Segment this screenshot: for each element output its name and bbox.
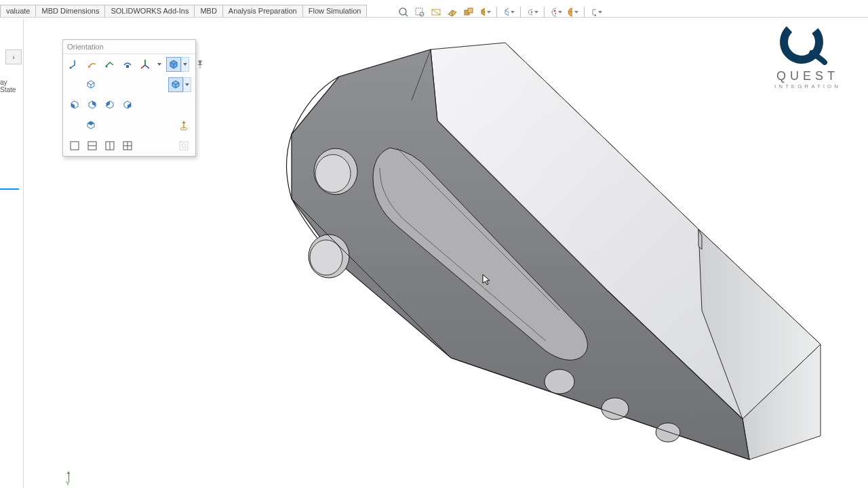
brand-logo: QUEST INTEGRATION <box>774 20 841 89</box>
two-view-h-icon[interactable] <box>85 138 100 153</box>
sidebar-active-indicator <box>0 188 19 191</box>
svg-point-23 <box>656 423 680 442</box>
svg-point-3 <box>420 12 424 16</box>
svg-line-1 <box>405 14 408 16</box>
next-view-icon[interactable] <box>102 57 117 72</box>
hide-show-icon[interactable] <box>526 6 538 18</box>
tab-analysis-prep[interactable]: Analysis Preparation <box>222 5 303 17</box>
view-settings-icon[interactable] <box>590 6 602 18</box>
axes-dropdown-icon[interactable] <box>155 57 163 72</box>
svg-point-26 <box>70 67 72 69</box>
svg-rect-35 <box>71 142 79 150</box>
svg-point-44 <box>182 144 186 148</box>
previous-view-icon[interactable] <box>430 6 442 18</box>
tab-evaluate[interactable]: valuate <box>0 5 36 17</box>
svg-line-30 <box>141 65 145 68</box>
orientation-row-1 <box>63 54 195 75</box>
orientation-row-3 <box>63 95 195 115</box>
view-cube-mode-icon[interactable] <box>168 77 183 92</box>
pin-icon[interactable] <box>183 42 193 52</box>
right-view-icon[interactable] <box>120 98 135 113</box>
two-view-v-icon[interactable] <box>102 138 117 153</box>
svg-rect-15 <box>593 9 596 15</box>
svg-line-5 <box>432 9 440 15</box>
brand-subtitle: INTEGRATION <box>774 83 841 89</box>
view-selector-icon[interactable] <box>120 57 135 72</box>
pushpin-icon[interactable] <box>192 57 207 72</box>
svg-point-9 <box>531 11 532 14</box>
svg-point-18 <box>315 155 351 192</box>
tab-flow-sim[interactable]: Flow Simulation <box>302 5 368 17</box>
svg-point-10 <box>552 8 556 16</box>
zoom-to-area-icon[interactable] <box>414 6 426 18</box>
top-view-icon[interactable] <box>83 118 98 133</box>
display-style-icon[interactable] <box>502 6 515 18</box>
svg-rect-28 <box>126 65 129 68</box>
svg-point-14 <box>568 8 572 16</box>
svg-point-22 <box>601 398 629 420</box>
tab-mbd[interactable]: MBD <box>194 5 222 17</box>
hud-sep-1 <box>496 7 497 18</box>
orientation-panel: Orientation <box>62 39 196 157</box>
back-view-icon[interactable] <box>85 98 100 113</box>
svg-point-13 <box>555 13 557 15</box>
orientation-row-2 <box>63 75 195 95</box>
orientation-titlebar[interactable]: Orientation <box>63 40 195 54</box>
svg-point-21 <box>545 369 574 394</box>
brand-name: QUEST <box>774 69 841 83</box>
svg-rect-16 <box>595 15 596 16</box>
feature-tree-expand-button[interactable]: › <box>5 49 22 64</box>
isometric-view-icon[interactable] <box>83 77 98 92</box>
view-cube-mode-dropdown-icon[interactable] <box>183 77 191 92</box>
left-view-icon[interactable] <box>102 98 117 113</box>
heads-up-toolbar <box>397 6 602 18</box>
orientation-row-4 <box>63 115 195 136</box>
svg-point-27 <box>106 66 108 68</box>
svg-rect-7 <box>468 8 473 13</box>
view-cube-dropdown-icon[interactable] <box>181 57 189 72</box>
hud-sep-2 <box>520 7 521 18</box>
feature-manager-collapsed: › ay State <box>0 19 24 488</box>
update-axes-icon[interactable] <box>138 57 153 72</box>
svg-point-20 <box>310 240 342 275</box>
normal-to-icon[interactable] <box>176 118 191 133</box>
hud-sep-3 <box>544 7 545 18</box>
edit-appearance-icon[interactable] <box>550 6 562 18</box>
apply-scene-icon[interactable] <box>566 6 578 18</box>
section-view-icon[interactable] <box>446 6 458 18</box>
tab-mbd-dimensions[interactable]: MBD Dimensions <box>35 5 105 17</box>
front-view-icon[interactable] <box>67 98 82 113</box>
four-view-icon[interactable] <box>120 138 135 153</box>
hud-sep-4 <box>584 7 585 18</box>
model-isometric-render <box>227 26 851 473</box>
link-views-icon[interactable] <box>176 138 191 153</box>
view-orientation-icon[interactable] <box>479 6 491 18</box>
zoom-to-fit-icon[interactable] <box>397 6 410 18</box>
svg-rect-2 <box>416 8 422 15</box>
single-view-icon[interactable] <box>67 138 82 153</box>
svg-point-11 <box>554 10 556 12</box>
svg-rect-43 <box>180 142 188 150</box>
tab-sw-addins[interactable]: SOLIDWORKS Add-Ins <box>104 5 195 17</box>
orientation-title: Orientation <box>67 43 104 51</box>
svg-line-31 <box>145 65 149 68</box>
view-cube-icon[interactable] <box>166 57 181 72</box>
triad-y-label: Y <box>66 480 70 487</box>
previous-view-icon[interactable] <box>85 57 100 72</box>
view-orientation-icon[interactable] <box>67 57 82 72</box>
display-state-label-clipped: ay State <box>0 79 23 94</box>
quest-logo-icon <box>774 20 829 66</box>
orientation-row-5 <box>63 136 195 156</box>
dynamic-annotation-icon[interactable] <box>462 6 475 18</box>
